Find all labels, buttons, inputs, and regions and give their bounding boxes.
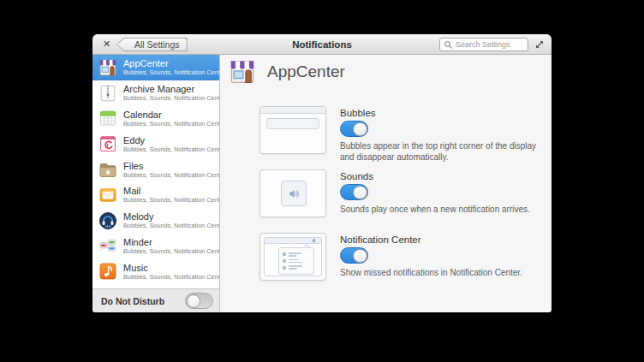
archive-icon [98,83,118,104]
desktop-background: ✕ All Settings Notifications [0,0,644,362]
do-not-disturb-toggle[interactable] [185,293,213,309]
notification-center-preview [259,233,326,281]
app-name: Mail [123,186,215,196]
eddy-icon [98,134,118,154]
app-name: Music [123,263,215,273]
calendar-icon [98,108,118,128]
header-bar[interactable]: ✕ All Settings Notifications [92,34,552,55]
toggle-knob [187,294,201,309]
sounds-description: Sounds play once when a new notification… [340,204,546,215]
app-subtitle: Bubbles, Sounds, Notification Center [123,248,215,255]
list-item [283,265,310,270]
settings-window: ✕ All Settings Notifications [92,34,552,312]
notification-center-label: Notification Center [340,234,421,245]
notification-settings-pane: AppCenter Bubbles Bubbles appear in the … [220,55,552,312]
app-name: Melody [123,211,215,222]
list-item [283,259,310,264]
window-body: AppCenterBubbles, Sounds, Notification C… [92,55,552,312]
app-sidebar: AppCenterBubbles, Sounds, Notification C… [92,55,220,312]
app-name: Eddy [123,135,215,145]
toggle-knob [353,122,367,137]
sidebar-item-files[interactable]: FilesBubbles, Sounds, Notification Cente… [92,157,219,182]
speaker-preview [259,169,326,217]
sidebar-item-appcenter[interactable]: AppCenterBubbles, Sounds, Notification C… [92,55,219,80]
mail-icon [98,185,118,205]
list-item [283,252,310,257]
page-title: AppCenter [267,62,345,81]
preview-panel-bar [265,238,321,244]
preview-window [264,237,322,276]
appcenter-icon [228,57,257,86]
sidebar-item-calendar[interactable]: CalendarBubbles, Sounds, Notification Ce… [92,106,219,132]
app-subtitle: Bubbles, Sounds, Notification Center [123,223,215,229]
melody-icon [98,211,118,231]
music-icon [98,261,118,282]
bubble-preview [259,106,326,154]
back-button-label: All Settings [129,39,180,50]
app-subtitle: Bubbles, Sounds, Notification Center [123,197,215,204]
preview-panel-bar [260,107,325,114]
app-subtitle: Bubbles, Sounds, Notification Center [123,69,215,76]
notification-list [278,247,314,275]
app-subtitle: Bubbles, Sounds, Notification Center [123,121,215,128]
minder-icon [98,235,118,256]
preview-bubble [266,118,319,129]
bubbles-description: Bubbles appear in the top right corner o… [340,140,546,163]
sidebar-item-eddy[interactable]: EddyBubbles, Sounds, Notification Center [92,131,219,157]
app-name: Calendar [123,110,215,120]
bell-icon [311,238,317,244]
sidebar-item-minder[interactable]: MinderBubbles, Sounds, Notification Cent… [92,234,219,259]
sidebar-item-melody[interactable]: MelodyBubbles, Sounds, Notification Cent… [92,208,219,234]
sidebar-item-archive-manager[interactable]: Archive ManagerBubbles, Sounds, Notifica… [92,80,219,106]
app-subtitle: Bubbles, Sounds, Notification Center [123,146,215,153]
app-subtitle: Bubbles, Sounds, Notification Center [123,274,215,281]
search-icon [444,40,453,50]
files-icon [98,159,118,180]
close-icon[interactable]: ✕ [100,38,113,50]
search-input[interactable] [453,40,524,49]
app-subtitle: Bubbles, Sounds, Notification Center [123,172,215,179]
sidebar-item-music[interactable]: MusicBubbles, Sounds, Notification Cente… [92,258,219,284]
appcenter-icon [98,57,118,78]
bubbles-label: Bubbles [340,108,376,118]
app-list[interactable]: AppCenterBubbles, Sounds, Notification C… [92,55,219,288]
search-field[interactable] [439,38,528,51]
notification-center-toggle[interactable] [340,247,368,264]
speaker-icon [286,186,302,202]
app-header: AppCenter [228,57,345,86]
toggle-knob [353,249,367,264]
app-name: Files [123,161,215,171]
app-name: AppCenter [123,58,215,68]
speaker-tile [281,181,307,206]
expand-icon[interactable] [534,39,546,50]
sidebar-item-mail[interactable]: MailBubbles, Sounds, Notification Center [92,182,219,208]
sounds-toggle[interactable] [340,184,368,200]
do-not-disturb-label: Do Not Disturb [101,296,185,306]
app-name: Archive Manager [123,84,215,94]
toggle-knob [353,186,367,200]
sounds-label: Sounds [340,171,373,181]
app-name: Minder [123,237,215,247]
all-settings-back-button[interactable]: All Settings [116,38,188,51]
do-not-disturb-bar: Do Not Disturb [92,288,219,312]
notification-center-description: Show missed notifications in Notificatio… [340,267,546,278]
app-subtitle: Bubbles, Sounds, Notification Center [123,95,215,102]
bubbles-toggle[interactable] [340,121,368,137]
